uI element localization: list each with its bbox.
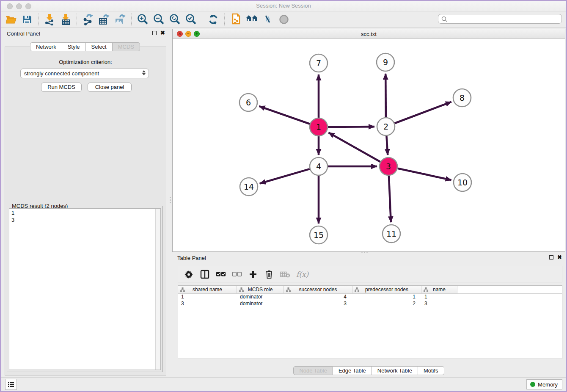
home-icon[interactable] xyxy=(245,12,259,27)
hide-waves-icon[interactable] xyxy=(261,12,275,27)
export-image-icon[interactable] xyxy=(113,12,127,27)
optimization-dropdown[interactable]: strongly connected component xyxy=(20,69,149,78)
vertical-splitter-handle[interactable] xyxy=(169,197,171,206)
graph-node-label: 1 xyxy=(316,122,321,132)
table-cell[interactable]: 1 xyxy=(421,294,457,301)
task-history-button[interactable] xyxy=(5,379,17,390)
graph-node-2[interactable]: 2 xyxy=(377,118,395,135)
tab-network-table[interactable]: Network Table xyxy=(372,366,418,375)
zoom-fit-icon[interactable] xyxy=(168,12,182,27)
graph-node-label: 7 xyxy=(316,58,321,68)
graph-node-6[interactable]: 6 xyxy=(239,94,257,111)
graph-edge-4-14[interactable] xyxy=(260,169,310,183)
table-cell[interactable]: 2 xyxy=(352,301,421,307)
zoom-selected-icon[interactable] xyxy=(184,12,198,27)
graph-edge-1-6[interactable] xyxy=(259,106,310,124)
tab-select[interactable]: Select xyxy=(86,42,113,51)
select-all-columns-icon[interactable] xyxy=(216,269,226,279)
graph-node-label: 2 xyxy=(383,122,388,131)
graph-node-14[interactable]: 14 xyxy=(240,178,258,196)
optimization-criterion-label: Optimization criterion: xyxy=(5,59,166,65)
zoom-out-icon[interactable] xyxy=(151,12,166,27)
graph-node-1[interactable]: 1 xyxy=(310,118,328,136)
graph-node-3[interactable]: 3 xyxy=(380,157,397,175)
mcds-result-textarea[interactable]: 1 3 xyxy=(9,208,161,370)
export-network-icon[interactable] xyxy=(81,12,95,27)
table-cell[interactable]: dominator xyxy=(237,294,284,301)
add-column-icon[interactable] xyxy=(248,269,258,279)
column-header-successor-nodes[interactable]: successor nodes xyxy=(284,286,352,293)
column-header-predecessor-nodes[interactable]: predecessor nodes xyxy=(352,286,421,293)
table-row[interactable]: 3dominator323 xyxy=(178,301,562,307)
save-session-icon[interactable] xyxy=(20,12,34,27)
table-row[interactable]: 1dominator411 xyxy=(178,294,562,301)
tab-motifs[interactable]: Motifs xyxy=(418,366,444,375)
control-panel-tabs: NetworkStyleSelectMCDS xyxy=(2,42,168,51)
column-header-label: name xyxy=(433,287,446,293)
tab-node-table[interactable]: Node Table xyxy=(293,366,333,375)
tab-network[interactable]: Network xyxy=(30,42,62,51)
run-mcds-button[interactable]: Run MCDS xyxy=(41,83,82,92)
float-panel-icon[interactable] xyxy=(152,31,157,35)
tab-style[interactable]: Style xyxy=(62,42,86,51)
network-canvas[interactable]: 7968124314101511 xyxy=(173,39,565,251)
tab-mcds[interactable]: MCDS xyxy=(113,42,140,51)
open-session-icon[interactable] xyxy=(4,12,18,27)
node-table[interactable]: shared nameMCDS rolesuccessor nodesprede… xyxy=(178,285,562,359)
graph-node-9[interactable]: 9 xyxy=(377,53,394,71)
split-panel-icon[interactable] xyxy=(200,269,210,279)
close-panel-icon[interactable]: ✖ xyxy=(160,31,165,35)
graph-node-8[interactable]: 8 xyxy=(453,89,471,107)
table-cell[interactable]: dominator xyxy=(237,301,284,307)
import-table-icon[interactable] xyxy=(58,12,73,27)
memory-button[interactable]: Memory xyxy=(526,379,562,389)
close-panel-button[interactable]: Close panel xyxy=(88,83,132,92)
table-cell[interactable]: 1 xyxy=(178,294,237,301)
search-input[interactable] xyxy=(448,14,561,23)
gear-icon[interactable] xyxy=(184,269,194,279)
graph-edge-2-3[interactable] xyxy=(386,136,388,155)
table-cell[interactable]: 1 xyxy=(352,294,421,301)
import-network-icon[interactable] xyxy=(42,12,57,27)
deselect-all-columns-icon[interactable] xyxy=(232,269,242,279)
close-table-panel-icon[interactable]: ✖ xyxy=(557,255,562,259)
search-box[interactable] xyxy=(438,14,562,24)
refresh-layout-icon[interactable] xyxy=(206,12,220,27)
control-panel-title: Control Panel xyxy=(7,30,40,37)
column-header-label: shared name xyxy=(193,287,222,293)
column-header-MCDS-role[interactable]: MCDS role xyxy=(237,286,284,293)
graph-edge-2-8[interactable] xyxy=(395,102,451,124)
graph-edge-3-10[interactable] xyxy=(397,168,451,180)
column-header-name[interactable]: name xyxy=(421,286,457,293)
table-cell[interactable]: 3 xyxy=(284,301,352,307)
network-window-titlebar[interactable]: ✕ − + scc.txt xyxy=(173,29,565,39)
graph-node-label: 11 xyxy=(386,229,396,238)
table-cell[interactable]: 3 xyxy=(421,301,457,307)
zoom-in-icon[interactable] xyxy=(135,12,150,27)
tab-edge-table[interactable]: Edge Table xyxy=(333,366,372,375)
graph-node-10[interactable]: 10 xyxy=(454,174,471,191)
graph-node-11[interactable]: 11 xyxy=(383,225,400,243)
table-cell[interactable]: 3 xyxy=(178,301,237,307)
column-header-shared-name[interactable]: shared name xyxy=(178,286,237,293)
new-network-from-file-icon[interactable] xyxy=(228,12,243,27)
graph-node-15[interactable]: 15 xyxy=(310,226,328,244)
result-scrollbar[interactable] xyxy=(155,209,160,370)
toolbar-separator xyxy=(38,14,39,25)
graph-edge-3-1[interactable] xyxy=(329,133,380,162)
table-tabs: Node TableEdge TableNetwork TableMotifs xyxy=(172,366,565,375)
graph-node-4[interactable]: 4 xyxy=(310,157,328,175)
function-builder-icon: f(x) xyxy=(296,270,308,279)
graph-edge-3-11[interactable] xyxy=(389,176,391,222)
statusbar: Memory xyxy=(1,377,566,391)
float-table-panel-icon[interactable] xyxy=(549,255,553,259)
delete-column-icon[interactable] xyxy=(264,269,274,279)
graph-node-7[interactable]: 7 xyxy=(310,54,328,72)
graph-node-label: 6 xyxy=(246,98,251,107)
graph-edge-1-2[interactable] xyxy=(328,127,374,127)
graph-edge-2-9[interactable] xyxy=(385,74,386,117)
table-cell[interactable]: 4 xyxy=(284,294,352,301)
mcds-panel: Optimization criterion: strongly connect… xyxy=(5,47,166,375)
export-table-icon[interactable] xyxy=(97,12,111,27)
network-graph[interactable]: 7968124314101511 xyxy=(173,39,565,251)
